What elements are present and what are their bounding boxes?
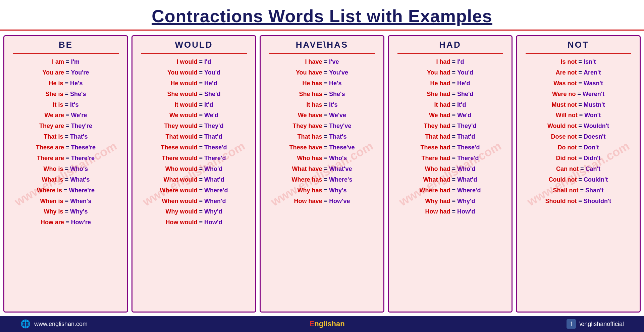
entry-equals: = [63,101,70,108]
entry-right: What'd [204,176,224,183]
entry-right: That'd [204,133,222,140]
column-divider-be [13,53,119,54]
entry-right: How're [71,219,91,226]
entry-right: You've [329,69,348,76]
entry-not-9: Did not = Didn't [556,154,601,163]
entry-be-13: When is = When's [40,197,92,206]
entry-equals: = [322,58,329,65]
entry-left: Will not [556,112,578,118]
entry-havehas-0: I have = I've [305,57,339,67]
entry-had-6: They had = They'd [424,122,477,131]
entry-equals: = [450,155,458,161]
entry-right: They've [329,123,351,129]
entry-equals: = [577,133,584,140]
entry-had-8: These had = These'd [421,143,480,152]
entry-right: It's [329,101,337,108]
entry-be-4: It is = It's [53,100,79,110]
entry-not-3: Were no = Weren't [552,90,604,99]
entry-right: Where'd [204,187,228,194]
entry-left: That is [44,133,63,140]
entry-right: Aren't [584,69,601,76]
entry-equals: = [64,69,71,76]
entry-right: Where're [69,187,95,194]
entry-left: How are [41,219,64,226]
entry-left: Should not [545,198,577,204]
entry-right: Mustn't [584,101,605,108]
entry-left: Where would [160,187,198,194]
entry-right: How've [329,198,350,204]
entry-equals: = [64,219,71,226]
entry-left: These are [36,144,64,151]
entry-left: There had [422,155,450,161]
entry-left: You had [427,69,450,76]
entry-right: I'd [457,58,464,65]
entry-right: Shan't [585,187,603,194]
entry-not-12: Shall not = Shan't [553,186,604,195]
entry-left: When is [40,198,63,204]
entry-equals: = [322,165,329,172]
entry-left: What is [42,176,63,183]
entry-equals: = [198,176,205,183]
entry-left: Could not [549,176,577,183]
entry-would-11: What would = What'd [164,175,224,185]
entry-not-5: Will not = Won't [556,111,601,120]
entry-left: These would [161,144,198,151]
entry-right: That's [70,133,88,140]
entry-left: They are [39,123,64,129]
entry-equals: = [64,155,71,161]
entry-right: There'd [204,155,226,161]
entry-left: What would [164,176,198,183]
entry-right: It's [70,101,78,108]
entry-not-1: Are not = Aren't [556,68,601,78]
entry-had-11: What had = What'd [423,175,477,185]
entry-left: She is [46,91,63,97]
entry-left: These had [421,144,450,151]
entry-not-2: Was not = Wasn't [553,79,603,88]
entry-equals: = [322,112,329,118]
entry-equals: = [64,123,71,129]
entry-left: That had [425,133,450,140]
entry-equals: = [198,198,205,204]
entry-right: He's [70,80,83,87]
entry-equals: = [63,133,70,140]
footer-social: f \englishanofficial [567,319,624,329]
entry-not-11: Could not = Couldn't [549,175,608,185]
entry-equals: = [450,208,458,215]
entry-left: We had [429,112,450,118]
entry-left: There would [162,155,198,161]
entry-not-7: Dose not = Doesn't [551,132,606,142]
entry-equals: = [450,176,458,183]
entry-left: Dose not [551,133,577,140]
column-divider-would [141,53,247,54]
entry-left: They would [164,123,198,129]
footer-brand-center: Englishan [310,320,345,328]
entry-right: What's [70,176,90,183]
entry-would-4: It would = It'd [175,100,213,110]
entry-would-6: They would = They'd [164,122,224,131]
entry-left: Who has [297,155,322,161]
entry-had-13: Why had = Why'd [425,197,475,206]
entry-right: It'd [457,101,466,108]
entry-left: How would [166,219,198,226]
entry-equals: = [198,219,205,226]
content-area: www.englishan.comBEI am = I'mYou are = Y… [0,31,644,316]
column-title-would: WOULD [175,40,213,50]
entry-equals: = [577,58,584,65]
column-be: www.englishan.comBEI am = I'mYou are = Y… [3,35,128,313]
entry-right: You're [71,69,89,76]
entry-havehas-10: What have = What've [292,164,352,174]
entry-left: I would [177,58,198,65]
entry-right: Isn't [584,58,596,65]
entry-equals: = [198,155,205,161]
entry-would-2: He would = He'd [171,79,217,88]
entry-would-0: I would = I'd [177,57,211,67]
column-would: www.englishan.comWOULDI would = I'dYou w… [131,35,256,313]
entry-havehas-13: How have = How've [294,197,350,206]
entry-be-3: She is = She's [46,90,86,99]
entry-would-12: Where would = Where'd [160,186,228,195]
entry-right: Don't [584,144,599,151]
entry-not-6: Would not = Wouldn't [547,122,609,131]
entry-right: There're [71,155,95,161]
entry-equals: = [577,198,584,204]
entry-right: Why'd [204,208,222,215]
